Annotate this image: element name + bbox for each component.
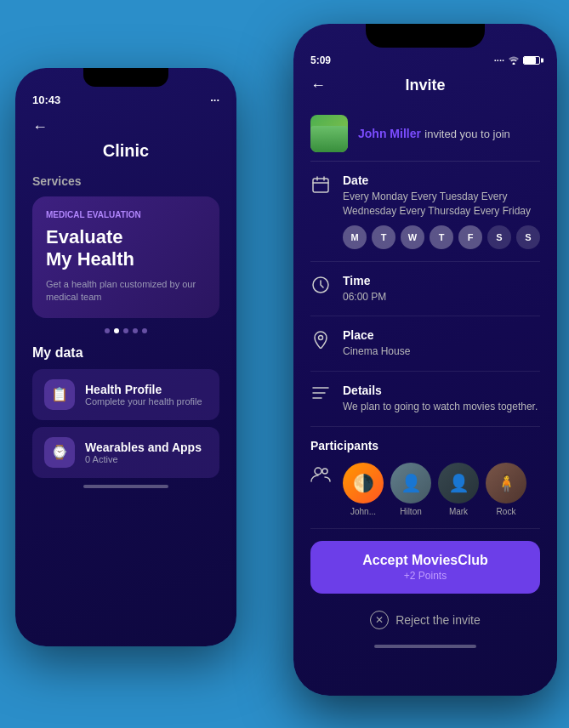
accept-label: Accept MoviesClub	[322, 553, 528, 568]
back-button-right[interactable]: ←	[310, 77, 326, 94]
status-bar-right: 5:09 ····	[293, 48, 557, 70]
time-info: Time 06:00 PM	[343, 274, 386, 304]
status-bar-left: 10:43 ···	[15, 87, 236, 110]
back-button-left[interactable]: ←	[32, 118, 219, 136]
day-S2: S	[516, 225, 540, 249]
time-title: Time	[343, 274, 386, 287]
avatar-rock-name: Rock	[497, 507, 516, 516]
phone-left: 10:43 ··· ← Clinic Services Medical eval…	[15, 68, 236, 646]
signal-dots: ····	[494, 55, 504, 65]
calendar-icon	[310, 175, 331, 198]
avatar-mark-name: Mark	[449, 507, 468, 516]
svg-point-4	[322, 469, 327, 474]
card-subtitle: Get a health plan customized by our medi…	[46, 278, 206, 304]
details-value: We plan to going to watch movies togethe…	[343, 400, 538, 414]
place-info: Place Cinema House	[343, 328, 410, 359]
day-S1: S	[487, 225, 511, 249]
health-profile-title: Health Profile	[85, 383, 202, 396]
time-left: 10:43	[32, 94, 60, 106]
participants-label: Participants	[310, 439, 540, 452]
accept-points: +2 Points	[322, 570, 528, 582]
details-icon	[310, 385, 331, 405]
details-info: Details We plan to going to watch movies…	[343, 384, 538, 414]
avatar-mark-img: 👤	[438, 463, 479, 503]
day-T1: T	[372, 225, 395, 249]
date-info: Date Every Monday Every Tuesday Every We…	[343, 173, 540, 249]
svg-point-3	[315, 468, 321, 475]
clinic-title: Clinic	[32, 141, 219, 161]
avatar-john-img: 🌗	[343, 463, 384, 503]
reject-icon: ✕	[370, 611, 389, 629]
phone-right: 5:09 ···· ← Invite John	[293, 24, 557, 696]
inviter-row: John Miller invited you to join	[310, 106, 540, 162]
card-tag: Medical evaluation	[46, 210, 206, 219]
wearables-text: Wearables and Apps 0 Active	[85, 441, 202, 464]
wearables-icon: ⌚	[44, 437, 75, 468]
avatar-mark: 👤 Mark	[438, 463, 479, 516]
avatar-john-name: John...	[350, 507, 376, 516]
wearables-subtitle: 0 Active	[85, 454, 202, 464]
time-value: 06:00 PM	[343, 290, 386, 304]
wifi-icon	[508, 55, 520, 66]
place-value: Cinema House	[343, 344, 410, 359]
accept-button[interactable]: Accept MoviesClub +2 Points	[310, 541, 540, 594]
my-data-label: My data	[32, 345, 219, 361]
date-title: Date	[343, 173, 540, 187]
menu-dots-left: ···	[210, 94, 219, 106]
health-profile-item[interactable]: 📋 Health Profile Complete your health pr…	[32, 369, 219, 420]
svg-point-2	[319, 336, 323, 340]
dot-1	[105, 328, 110, 333]
inviter-avatar	[310, 115, 348, 152]
home-indicator-left	[83, 485, 168, 488]
dot-5	[142, 328, 147, 333]
svg-rect-0	[313, 179, 328, 192]
avatar-rock: 🧍 Rock	[486, 463, 526, 516]
health-profile-subtitle: Complete your health profile	[85, 396, 202, 407]
health-profile-text: Health Profile Complete your health prof…	[85, 383, 202, 407]
services-label: Services	[32, 174, 219, 188]
wearables-title: Wearables and Apps	[85, 441, 202, 454]
notch-left	[83, 68, 168, 87]
day-M: M	[343, 225, 367, 249]
day-T2: T	[430, 225, 453, 249]
notch-right	[366, 24, 485, 48]
day-W: W	[401, 225, 424, 249]
inviter-text: John Miller invited you to join	[358, 126, 510, 141]
health-profile-icon: 📋	[44, 379, 75, 410]
card-dots	[32, 328, 219, 333]
day-F: F	[458, 225, 482, 249]
dot-3	[123, 328, 128, 333]
participants-section: Participants 🌗 John...	[310, 427, 540, 529]
date-section: Date Every Monday Every Tuesday Every We…	[310, 162, 540, 262]
details-title: Details	[343, 384, 538, 397]
avatar-hilton-name: Hilton	[400, 507, 422, 516]
place-section: Place Cinema House	[310, 316, 540, 372]
dot-4	[133, 328, 138, 333]
reject-button[interactable]: ✕ Reject the invite	[310, 602, 540, 638]
details-section: Details We plan to going to watch movies…	[310, 372, 540, 427]
clock-icon	[310, 276, 331, 299]
right-content: ← Invite John Miller invited you to join…	[293, 70, 557, 691]
wearables-item[interactable]: ⌚ Wearables and Apps 0 Active	[32, 427, 219, 478]
dot-2	[114, 328, 119, 333]
avatar-hilton: 👤 Hilton	[390, 463, 431, 516]
avatars-group: 🌗 John... 👤 Hilton 👤 Mark 🧍 Rock	[343, 463, 526, 516]
time-right: 5:09	[310, 54, 331, 66]
inviter-name: John Miller	[358, 127, 421, 140]
date-value: Every Monday Every Tuesday Every Wednesd…	[343, 190, 540, 219]
days-row: M T W T F S S	[343, 225, 540, 249]
avatar-hilton-img: 👤	[390, 463, 431, 503]
avatar-rock-img: 🧍	[486, 463, 526, 503]
reject-label: Reject the invite	[395, 613, 481, 627]
place-title: Place	[343, 328, 410, 342]
invite-title: Invite	[405, 77, 445, 94]
avatar-inner	[310, 126, 348, 152]
participants-icon	[310, 466, 331, 487]
participants-row: 🌗 John... 👤 Hilton 👤 Mark 🧍 Rock	[310, 463, 540, 516]
left-content: ← Clinic Services Medical evaluation Eva…	[15, 110, 236, 497]
location-icon	[310, 330, 331, 353]
eval-card: Medical evaluation EvaluateMy Health Get…	[32, 196, 219, 318]
status-icons-right: ····	[494, 55, 540, 66]
invite-header: ← Invite	[310, 70, 540, 106]
card-title: EvaluateMy Health	[46, 226, 206, 271]
